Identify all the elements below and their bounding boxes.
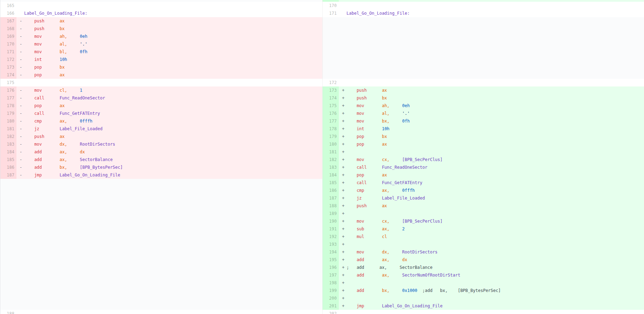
- old-line-number: [0, 233, 16, 240]
- code-line: push ax: [24, 17, 65, 25]
- new-code-cell: 199+ add bx, 0x1000 ;add bx, [BPB_BytesP…: [322, 287, 644, 294]
- old-line-number[interactable]: 169: [0, 33, 16, 40]
- new-line-number[interactable]: 185: [323, 179, 339, 187]
- new-line-number[interactable]: 187: [323, 194, 339, 202]
- old-line-number[interactable]: 187: [0, 171, 16, 179]
- old-code-cell: 166Label_Go_On_Loading_File:: [0, 9, 322, 17]
- new-line-number[interactable]: 193: [323, 240, 339, 248]
- new-line-number[interactable]: 192: [323, 233, 339, 240]
- new-line-number[interactable]: 202: [323, 310, 339, 314]
- new-line-number[interactable]: 172: [323, 79, 339, 86]
- new-line-number[interactable]: 182: [323, 156, 339, 163]
- code-line: push ax: [24, 133, 65, 140]
- old-line-number[interactable]: 174: [0, 71, 16, 79]
- new-line-number[interactable]: 186: [323, 187, 339, 194]
- new-line-number[interactable]: 177: [323, 117, 339, 125]
- code-token: al,: [364, 111, 390, 116]
- new-code-cell: 178+ int 10h: [322, 125, 644, 133]
- deleted-marker: -: [16, 156, 24, 163]
- new-line-number[interactable]: 200: [323, 294, 339, 302]
- old-line-number: [0, 210, 16, 217]
- code-line: push bx: [24, 25, 65, 33]
- new-line-number[interactable]: 178: [323, 125, 339, 133]
- old-line-number[interactable]: 177: [0, 94, 16, 102]
- old-line-number[interactable]: 186: [0, 163, 16, 171]
- new-line-number[interactable]: 174: [323, 94, 339, 102]
- old-line-number[interactable]: 176: [0, 86, 16, 94]
- new-line-number[interactable]: 199: [323, 287, 339, 294]
- diff-row: 196+; add ax, SectorBalance: [0, 264, 644, 271]
- deleted-marker: -: [16, 110, 24, 117]
- deleted-marker: -: [16, 56, 24, 63]
- new-line-number[interactable]: 189: [323, 210, 339, 217]
- new-line-number[interactable]: 184: [323, 171, 339, 179]
- new-line-number[interactable]: 181: [323, 148, 339, 156]
- added-marker: +: [339, 117, 346, 125]
- new-line-number[interactable]: 173: [323, 86, 339, 94]
- old-line-number[interactable]: 188: [0, 310, 16, 314]
- old-code-cell: [0, 240, 322, 248]
- old-line-number[interactable]: 180: [0, 117, 16, 125]
- old-line-number[interactable]: 172: [0, 56, 16, 63]
- old-line-number[interactable]: 167: [0, 17, 16, 25]
- code-token: cl,: [42, 88, 67, 93]
- new-code-cell: 171Label_Go_On_Loading_File:: [322, 9, 644, 17]
- old-line-number[interactable]: 181: [0, 125, 16, 133]
- new-line-number[interactable]: 201: [323, 302, 339, 310]
- new-line-number[interactable]: 175: [323, 102, 339, 110]
- new-line-number[interactable]: 179: [323, 133, 339, 140]
- old-line-number[interactable]: 165: [0, 2, 16, 9]
- new-line-number[interactable]: 171: [323, 9, 339, 17]
- old-line-number[interactable]: 173: [0, 63, 16, 71]
- new-line-number[interactable]: 197: [323, 271, 339, 279]
- diff-row: 171- mov bl, 0fh: [0, 48, 644, 56]
- code-token: ax,: [364, 188, 390, 193]
- old-line-number[interactable]: 184: [0, 148, 16, 156]
- deleted-marker: -: [16, 17, 24, 25]
- new-line-number[interactable]: 170: [323, 2, 339, 9]
- old-code-cell: [0, 225, 322, 233]
- old-line-number[interactable]: 182: [0, 133, 16, 140]
- old-line-number[interactable]: 185: [0, 156, 16, 163]
- new-line-number[interactable]: 190: [323, 217, 339, 225]
- old-code-cell: 181- jz Label_File_Loaded: [0, 125, 322, 133]
- code-token: ax: [364, 173, 387, 177]
- old-line-number[interactable]: 166: [0, 9, 16, 17]
- old-code-cell: [0, 179, 322, 187]
- new-line-number[interactable]: 198: [323, 279, 339, 287]
- new-line-number[interactable]: 191: [323, 225, 339, 233]
- new-code-cell: 175+ mov ah, 0eh: [322, 102, 644, 110]
- new-line-number[interactable]: 188: [323, 202, 339, 210]
- old-line-number[interactable]: 178: [0, 102, 16, 110]
- code-token: 1: [67, 88, 82, 93]
- code-token: ;add bx, [BPB_BytesPerSec]: [417, 288, 500, 293]
- code-token: ax,: [364, 273, 390, 278]
- code-line: pop ax: [346, 171, 387, 179]
- new-code-cell: 176+ mov al, '.': [322, 110, 644, 117]
- old-line-number[interactable]: 179: [0, 110, 16, 117]
- old-line-number[interactable]: 171: [0, 48, 16, 56]
- code-line: Label_Go_On_Loading_File:: [24, 9, 88, 17]
- code-token: bx,: [42, 165, 67, 170]
- new-line-number[interactable]: 195: [323, 256, 339, 264]
- new-line-number[interactable]: 180: [323, 140, 339, 148]
- old-code-cell: [0, 217, 322, 225]
- new-line-number[interactable]: 196: [323, 264, 339, 271]
- old-line-number[interactable]: 183: [0, 140, 16, 148]
- old-code-cell: 175: [0, 79, 322, 86]
- added-marker: +: [339, 179, 346, 187]
- new-line-number[interactable]: 194: [323, 248, 339, 256]
- context-marker: [16, 2, 24, 9]
- diff-row: 172- int 10h: [0, 56, 644, 63]
- diff-row: 187- jmp Label_Go_On_Loading_File184+ po…: [0, 171, 644, 179]
- new-code-cell: 195+ add ax, dx: [322, 256, 644, 264]
- old-line-number[interactable]: 170: [0, 40, 16, 48]
- new-line-number[interactable]: 176: [323, 110, 339, 117]
- old-line-number[interactable]: 175: [0, 79, 16, 86]
- old-code-cell: [0, 187, 322, 194]
- old-line-number[interactable]: 168: [0, 25, 16, 33]
- added-marker: +: [339, 287, 346, 294]
- old-line-number: [0, 248, 16, 256]
- code-token: bx,: [364, 119, 390, 124]
- new-line-number[interactable]: 183: [323, 163, 339, 171]
